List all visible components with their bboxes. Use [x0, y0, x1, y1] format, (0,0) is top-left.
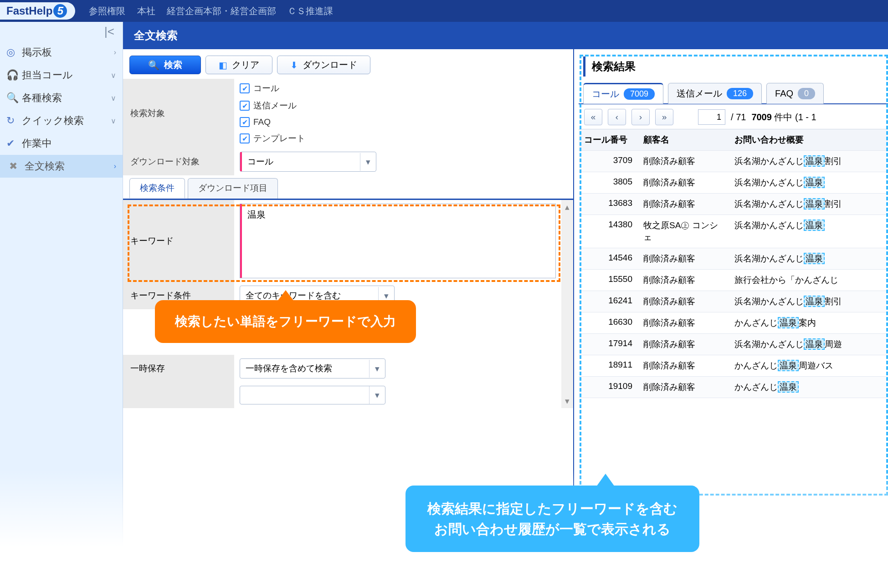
table-row[interactable]: 19109削除済み顧客かんざんじ温泉	[579, 377, 888, 398]
chevron-down-icon[interactable]: ▾	[369, 360, 385, 378]
pager-next[interactable]: ›	[631, 109, 650, 125]
headset-icon: 🎧	[6, 69, 22, 81]
label-search-target: 検索対象	[123, 79, 234, 148]
check-mail[interactable]: ✔送信メール	[240, 100, 297, 112]
logo: FastHelp5	[0, 2, 75, 20]
sidebar-item-board[interactable]: ◎ 掲示板›	[0, 41, 123, 64]
download-button[interactable]: ⬇ ダウンロード	[277, 56, 370, 74]
scrollbar[interactable]: ▴▾	[561, 200, 573, 408]
collapse-sidebar-icon[interactable]: |<	[0, 22, 123, 41]
keyword-input[interactable]: 温泉	[240, 204, 556, 278]
search-icon: 🔍	[6, 92, 22, 104]
table-row[interactable]: 16630削除済み顧客かんざんじ温泉案内	[579, 312, 888, 334]
topbar: FastHelp5 参照権限 本社 経営企画本部・経営企画部 ＣＳ推進課	[0, 0, 888, 22]
col-customer[interactable]: 顧客名	[638, 129, 729, 150]
col-call-no[interactable]: コール番号	[579, 129, 638, 150]
label-empty	[123, 382, 234, 408]
results-tab-mail[interactable]: 送信メール126	[668, 83, 762, 104]
sidebar-item-quicksearch[interactable]: ↻ クイック検索∨	[0, 109, 123, 132]
table-row[interactable]: 3709削除済み顧客浜名湖かんざんじ温泉割引	[579, 151, 888, 172]
table-row[interactable]: 13683削除済み顧客浜名湖かんざんじ温泉割引	[579, 194, 888, 215]
search-button[interactable]: 🔍 検索	[129, 56, 201, 74]
page-input[interactable]	[698, 109, 725, 125]
tab-dl-items[interactable]: ダウンロード項目	[188, 178, 278, 199]
results-table: コール番号 顧客名 お問い合わせ概要 3709削除済み顧客浜名湖かんざんじ温泉割…	[579, 129, 888, 398]
clear-button[interactable]: ◧ クリア	[205, 56, 272, 74]
select-tempsave[interactable]: 一時保存を含めて検索 ▾	[240, 358, 385, 378]
results-tab-faq[interactable]: FAQ0	[766, 83, 824, 104]
eraser-icon: ◧	[219, 60, 227, 71]
check-icon: ✔	[6, 138, 22, 149]
table-row[interactable]: 15550削除済み顧客旅行会社から「かんざんじ	[579, 270, 888, 291]
table-row[interactable]: 17914削除済み顧客浜名湖かんざんじ温泉周遊	[579, 334, 888, 355]
download-icon: ⬇	[290, 60, 298, 71]
pager-prev[interactable]: ‹	[608, 109, 626, 125]
sidebar: |< ◎ 掲示板› 🎧 担当コール∨ 🔍 各種検索∨ ↻ クイック検索∨ ✔ 作…	[0, 22, 123, 588]
sidebar-item-fulltext[interactable]: ✖ 全文検索›	[0, 155, 123, 178]
select-dl-target[interactable]: コール ▾	[240, 152, 376, 172]
pager-last[interactable]: »	[655, 109, 673, 125]
sidebar-item-search[interactable]: 🔍 各種検索∨	[0, 87, 123, 109]
sidebar-item-working[interactable]: ✔ 作業中	[0, 132, 123, 155]
label-tempsave: 一時保存	[123, 355, 234, 382]
chevron-down-icon[interactable]: ▾	[360, 153, 376, 171]
check-call[interactable]: ✔コール	[240, 82, 279, 94]
table-row[interactable]: 16241削除済み顧客浜名湖かんざんじ温泉割引	[579, 291, 888, 312]
table-row[interactable]: 14380牧之原SA㊤ コンシェ浜名湖かんざんじ温泉	[579, 215, 888, 248]
close-icon: ✖	[9, 160, 25, 172]
results-title: 検索結果	[583, 56, 888, 77]
annotation-callout-results: 検索結果に指定したフリーワードを含むお問い合わせ履歴が一覧で表示される	[406, 486, 699, 552]
search-icon: 🔍	[148, 60, 159, 71]
annotation-callout: 検索したい単語をフリーワードで入力	[155, 300, 416, 343]
board-icon: ◎	[6, 46, 22, 58]
sidebar-item-mycall[interactable]: 🎧 担当コール∨	[0, 64, 123, 87]
tab-conditions[interactable]: 検索条件	[129, 178, 185, 199]
select-empty[interactable]: ▾	[240, 386, 385, 404]
results-tab-call[interactable]: コール7009	[583, 83, 663, 104]
table-row[interactable]: 14546削除済み顧客浜名湖かんざんじ温泉	[579, 248, 888, 270]
chevron-down-icon[interactable]: ▾	[369, 386, 385, 404]
check-faq[interactable]: ✔FAQ	[240, 117, 271, 127]
breadcrumb: 参照権限 本社 経営企画本部・経営企画部 ＣＳ推進課	[89, 5, 342, 17]
label-dl-target: ダウンロード対象	[123, 148, 234, 175]
label-keyword: キーワード	[123, 200, 234, 282]
page-title: 全文検索	[123, 22, 888, 49]
table-row[interactable]: 3805削除済み顧客浜名湖かんざんじ温泉	[579, 172, 888, 194]
col-summary[interactable]: お問い合わせ概要	[729, 129, 888, 150]
check-template[interactable]: ✔テンプレート	[240, 133, 305, 144]
pager-first[interactable]: «	[584, 109, 602, 125]
table-row[interactable]: 18911削除済み顧客かんざんじ温泉周遊バス	[579, 355, 888, 377]
refresh-icon: ↻	[6, 115, 22, 127]
